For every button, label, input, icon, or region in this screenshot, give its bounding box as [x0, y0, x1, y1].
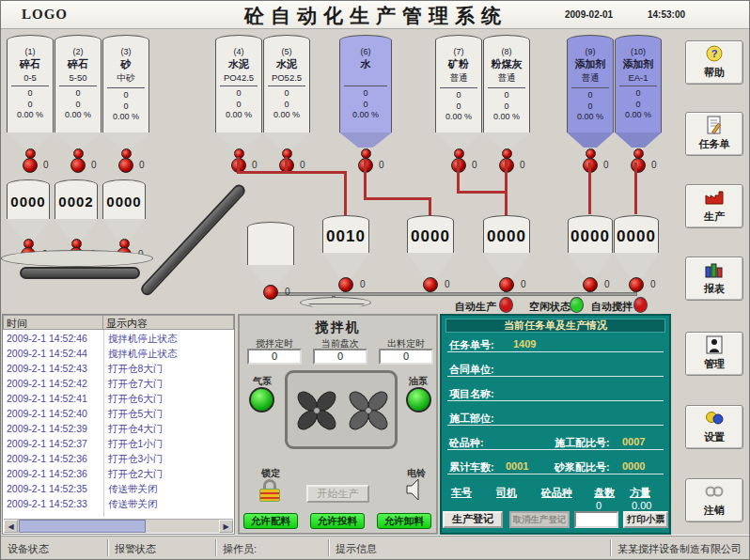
hopper-cone [247, 265, 294, 285]
valve-value: 0 [379, 160, 384, 170]
material-pipe [457, 159, 460, 194]
silo-small-valve[interactable] [454, 148, 464, 159]
task-field-label: 累计车数: [449, 460, 494, 474]
valve-value: 0 [285, 287, 290, 297]
valve-value: 0 [650, 279, 656, 289]
scroll-left-arrow[interactable]: ◀ [4, 520, 18, 533]
weight-display: 0000 [569, 227, 612, 246]
company-name: 某某搅拌设备制造有限公司 [617, 542, 742, 556]
bell-speaker-icon[interactable] [405, 477, 424, 506]
hopper-cone [407, 253, 454, 277]
silo-small-valve[interactable] [361, 148, 371, 159]
silo-small-valve[interactable] [121, 148, 132, 159]
silo-discharge-valve[interactable] [23, 158, 38, 173]
silo-small-valve[interactable] [633, 148, 644, 159]
statusbar-cell: 报警状态 [107, 539, 215, 556]
scrollbar-thumb[interactable] [19, 520, 146, 533]
log-row[interactable]: 2009-2-1 14:52:36打开仓3小门 [3, 452, 234, 467]
weight-display: 0000 [103, 194, 145, 210]
silo-body: (5)水泥PO52.5 000.00 % [263, 40, 310, 132]
log-row[interactable]: 2009-2-1 14:52:43打开仓8大门 [3, 362, 234, 377]
log-row[interactable]: 2009-2-1 14:52:36打开仓2大门 [3, 467, 234, 482]
hopper-discharge-valve[interactable] [263, 285, 278, 300]
cancel-register-button[interactable]: 取消生产登记 [509, 511, 570, 528]
material-pipe [364, 159, 367, 200]
sidebar-button-production[interactable]: 生产 [685, 184, 743, 228]
sidebar-button-settings[interactable]: 设置 [685, 405, 743, 449]
sidebar-button-help[interactable]: ?帮助 [685, 40, 743, 85]
mixer-panel: 搅拌机 搅拌定时0当前盘次0出料定时0 气泵 油泵 锁定 开始生产 电铃 允许配… [238, 314, 438, 535]
hopper-discharge-valve[interactable] [629, 277, 644, 292]
page-title: 砼自动化生产管理系统 [1, 3, 750, 29]
production-register-button[interactable]: 生产登记 [443, 511, 503, 528]
task-table-header: 司机 [496, 486, 517, 500]
silo-body: (1)碎石0-5 000.00 % [7, 40, 54, 132]
event-log-table: 时间 显示内容 2009-2-1 14:52:46搅拌机停止状态2009-2-1… [2, 314, 235, 535]
aggregate-weigh-dish [1, 250, 153, 267]
oil-pump-label: 油泵 [409, 375, 428, 388]
sidebar-button-manage[interactable]: 管理 [685, 332, 743, 376]
task-field-value: 0007 [622, 436, 645, 447]
material-pipe [344, 171, 347, 217]
log-row[interactable]: 2009-2-1 14:52:33传送带关闭 [3, 497, 234, 512]
hopper-body: 0000 [568, 221, 613, 253]
hopper-discharge-valve[interactable] [583, 277, 598, 292]
hopper-discharge-valve[interactable] [423, 277, 438, 292]
sidebar-button-task-list[interactable]: 任务单 [685, 112, 743, 156]
task-field-label: 施工部位: [449, 412, 494, 426]
silo-body: (8)粉煤灰普通 000.00 % [483, 40, 530, 132]
log-row[interactable]: 2009-2-1 14:52:40打开仓5大门 [3, 407, 234, 422]
sidebar-button-report[interactable]: 报表 [685, 257, 743, 301]
permit-button-3[interactable]: 允许卸料 [377, 513, 431, 529]
log-h-scrollbar[interactable]: ◀ ▶ [4, 519, 233, 533]
lock-icon[interactable] [258, 479, 283, 504]
start-production-button[interactable]: 开始生产 [306, 485, 369, 503]
task-field-underline [447, 351, 664, 352]
hopper-body: 0000 [102, 185, 146, 219]
hopper-discharge-valve[interactable] [338, 277, 353, 292]
mixer-field-value: 0 [313, 349, 367, 365]
log-row[interactable]: 2009-2-1 14:52:42打开仓7大门 [3, 377, 234, 392]
task-table-header: 砼品种 [541, 486, 572, 500]
log-header-time: 时间 [3, 315, 103, 330]
task-field-underline [447, 474, 664, 474]
task-input-field[interactable] [574, 511, 618, 528]
hopper-cone [614, 253, 659, 277]
silo-small-valve[interactable] [586, 148, 596, 159]
scroll-right-arrow[interactable]: ▶ [219, 520, 233, 533]
hopper-cone [7, 219, 50, 240]
silo-discharge-valve[interactable] [631, 158, 646, 173]
log-row[interactable]: 2009-2-1 14:52:39打开仓4大门 [3, 422, 234, 437]
log-row[interactable]: 2009-2-1 14:52:37打开仓1小门 [3, 437, 234, 452]
permit-button-2[interactable]: 允许投料 [310, 513, 365, 529]
inclined-conveyor-belt[interactable] [139, 182, 248, 298]
silo-discharge-valve[interactable] [118, 158, 133, 173]
mixer-title: 搅拌机 [240, 319, 436, 336]
silo-discharge-valve[interactable] [70, 158, 86, 173]
log-header-content: 显示内容 [102, 315, 234, 330]
task-field-underline [447, 449, 664, 450]
mixer-field-value: 0 [247, 349, 302, 365]
silo-cone [339, 132, 392, 148]
log-row[interactable]: 2009-2-1 14:52:46搅拌机停止状态 [3, 332, 234, 347]
help-icon: ? [686, 43, 742, 66]
silo-small-valve[interactable] [73, 148, 84, 159]
silo-small-valve[interactable] [25, 148, 36, 159]
mixer-fan-icon [344, 386, 393, 439]
silo-2: (2)碎石5-50 000.00 %0 [55, 35, 102, 190]
silo-small-valve[interactable] [502, 148, 512, 159]
sidebar-button-logout[interactable]: 注销 [685, 478, 743, 522]
silo-body: (3)砂中砂 000.00 % [102, 40, 149, 132]
valve-value: 0 [445, 279, 450, 289]
log-row[interactable]: 2009-2-1 14:52:44搅拌机停止状态 [3, 347, 234, 362]
log-row[interactable]: 2009-2-1 14:52:41打开仓6大门 [3, 392, 234, 407]
permit-button-1[interactable]: 允许配料 [243, 513, 298, 529]
log-row[interactable]: 2009-2-1 14:52:35传送带关闭 [3, 482, 234, 497]
status-lamp-label: 自动生产 [455, 300, 496, 314]
silo-body: (2)碎石5-50 000.00 % [55, 40, 102, 132]
material-pipe [364, 197, 431, 200]
print-ticket-button[interactable]: 打印小票 [623, 511, 668, 528]
hopper-discharge-valve[interactable] [499, 277, 514, 292]
weigh-hopper-1: 00000 [7, 179, 50, 262]
weigh-hopper-5: 00100 [322, 215, 369, 300]
